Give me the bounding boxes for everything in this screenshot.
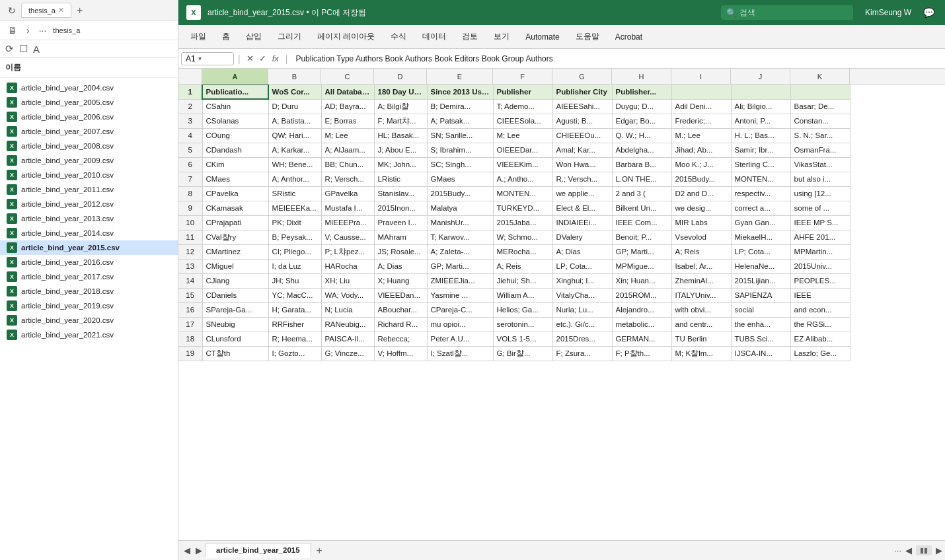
cell-G1[interactable]: Publisher City xyxy=(552,85,612,99)
cell-D2[interactable]: A; Bilgi챨 xyxy=(374,99,427,114)
cell-K3[interactable]: Constan... xyxy=(790,114,850,128)
cell-H15[interactable]: 2015ROM... xyxy=(612,288,671,302)
cell-E11[interactable]: T; Karwov... xyxy=(427,230,493,244)
cell-B2[interactable]: D; Duru xyxy=(268,99,321,114)
cell-G10[interactable]: INDIAIEEi... xyxy=(552,215,612,230)
cell-D15[interactable]: VIEEEDan... xyxy=(374,288,427,302)
cell-G7[interactable]: R.; Versch... xyxy=(552,172,612,186)
cell-J14[interactable]: 2015Lijian... xyxy=(731,273,790,288)
cell-K10[interactable]: IEEE MP S... xyxy=(790,215,850,230)
cell-G4[interactable]: CHIEEEOu... xyxy=(552,128,612,143)
cell-E9[interactable]: Malatya xyxy=(427,201,493,215)
cell-K9[interactable]: some of ... xyxy=(790,201,850,215)
cell-E8[interactable]: 2015Budy... xyxy=(427,186,493,201)
cell-H18[interactable]: GERMAN... xyxy=(612,332,671,346)
cell-H9[interactable]: Bilkent Un... xyxy=(612,201,671,215)
ribbon-item-acrobat[interactable]: Acrobat xyxy=(609,28,649,46)
cell-E19[interactable]: I; Szatl챨... xyxy=(427,346,493,361)
cell-C13[interactable]: HARocha xyxy=(321,259,374,273)
cell-J17[interactable]: the enha... xyxy=(731,317,790,332)
formula-confirm-btn[interactable]: ✓ xyxy=(257,53,268,63)
cell-G13[interactable]: LP; Cota... xyxy=(552,259,612,273)
cell-H8[interactable]: 2 and 3 ( xyxy=(612,186,671,201)
nav-more-icon[interactable]: ··· xyxy=(36,24,50,37)
cell-F14[interactable]: Jiehui; Sh... xyxy=(493,273,552,288)
file-item[interactable]: Xarticle_bind_year_2014.csv xyxy=(0,226,178,240)
cell-C14[interactable]: XH; Liu xyxy=(321,273,374,288)
cell-K2[interactable]: Basar; De... xyxy=(790,99,850,114)
formula-cancel-btn[interactable]: ✕ xyxy=(245,53,256,63)
cell-F11[interactable]: W; Schmo... xyxy=(493,230,552,244)
cell-A11[interactable]: CVal챨ry xyxy=(202,230,268,244)
cell-I5[interactable]: Jihad; Ab... xyxy=(671,143,731,157)
cell-A7[interactable]: CMaes xyxy=(202,172,268,186)
cell-D9[interactable]: 2015Inon... xyxy=(374,201,427,215)
cell-K8[interactable]: using [12... xyxy=(790,186,850,201)
col-header-A[interactable]: A xyxy=(202,69,268,84)
cell-B11[interactable]: B; Peysak... xyxy=(268,230,321,244)
cell-C3[interactable]: E; Borras xyxy=(321,114,374,128)
cell-J3[interactable]: Antoni; P... xyxy=(731,114,790,128)
cell-C4[interactable]: M; Lee xyxy=(321,128,374,143)
cell-E14[interactable]: ZMIEEEJia... xyxy=(427,273,493,288)
file-item[interactable]: Xarticle_bind_year_2017.csv xyxy=(0,269,178,284)
cell-J1[interactable] xyxy=(731,85,790,99)
cell-I17[interactable]: and centr... xyxy=(671,317,731,332)
cell-C2[interactable]: AD; Bayra... xyxy=(321,99,374,114)
col-header-F[interactable]: F xyxy=(493,69,552,84)
ribbon-item-도움말[interactable]: 도움말 xyxy=(569,27,606,46)
cell-E10[interactable]: ManishUr... xyxy=(427,215,493,230)
cell-B18[interactable]: R; Heema... xyxy=(268,332,321,346)
cell-I7[interactable]: 2015Budy... xyxy=(671,172,731,186)
file-item[interactable]: Xarticle_bind_year_2004.csv xyxy=(0,81,178,95)
cell-E16[interactable]: CPareja-C... xyxy=(427,302,493,317)
cell-H10[interactable]: IEEE Com... xyxy=(612,215,671,230)
cell-H6[interactable]: Barbara B... xyxy=(612,157,671,172)
cell-G3[interactable]: Agusti; B... xyxy=(552,114,612,128)
cell-A4[interactable]: COung xyxy=(202,128,268,143)
cell-I2[interactable]: Adil Deni... xyxy=(671,99,731,114)
action-icon-1[interactable]: ⟳ xyxy=(5,43,14,55)
cell-J5[interactable]: Samir; Ibr... xyxy=(731,143,790,157)
cell-A19[interactable]: CT챨th xyxy=(202,346,268,361)
cell-A6[interactable]: CKim xyxy=(202,157,268,172)
cell-K18[interactable]: EZ Alibab... xyxy=(790,332,850,346)
cell-D10[interactable]: Praveen I... xyxy=(374,215,427,230)
file-item[interactable]: Xarticle_bind_year_2006.csv xyxy=(0,110,178,124)
cell-G5[interactable]: Amal; Kar... xyxy=(552,143,612,157)
add-sheet-button[interactable]: + xyxy=(313,545,326,557)
cell-G12[interactable]: A; Dias xyxy=(552,244,612,259)
add-tab-button[interactable]: + xyxy=(74,5,85,17)
cell-J8[interactable]: respectiv... xyxy=(731,186,790,201)
file-item[interactable]: Xarticle_bind_year_2020.csv xyxy=(0,313,178,328)
cell-B4[interactable]: QW; Hari... xyxy=(268,128,321,143)
cell-J2[interactable]: Ali; Bilgio... xyxy=(731,99,790,114)
cell-B7[interactable]: A; Anthor... xyxy=(268,172,321,186)
cell-B17[interactable]: RRFisher xyxy=(268,317,321,332)
cell-I1[interactable] xyxy=(671,85,731,99)
cell-K14[interactable]: PEOPLES... xyxy=(790,273,850,288)
scroll-right-btn[interactable]: ▶ xyxy=(936,545,942,555)
cell-C19[interactable]: G; Vincze... xyxy=(321,346,374,361)
cell-J11[interactable]: MiekaelH... xyxy=(731,230,790,244)
cell-F19[interactable]: G; Bir챨... xyxy=(493,346,552,361)
cell-I19[interactable]: M; K챨lm... xyxy=(671,346,731,361)
ribbon-item-수식[interactable]: 수식 xyxy=(384,27,413,46)
file-item[interactable]: Xarticle_bind_year_2013.csv xyxy=(0,211,178,226)
cell-E18[interactable]: Peter A.U... xyxy=(427,332,493,346)
cell-H4[interactable]: Q. W.; H... xyxy=(612,128,671,143)
col-header-H[interactable]: H xyxy=(612,69,671,84)
cell-C17[interactable]: RANeubig... xyxy=(321,317,374,332)
file-item[interactable]: Xarticle_bind_year_2011.csv xyxy=(0,182,178,197)
cell-H5[interactable]: Abdelgha... xyxy=(612,143,671,157)
cell-G8[interactable]: we applie... xyxy=(552,186,612,201)
cell-I15[interactable]: ITALYUniv... xyxy=(671,288,731,302)
cell-H3[interactable]: Edgar; Bo... xyxy=(612,114,671,128)
cell-B5[interactable]: A; Karkar... xyxy=(268,143,321,157)
cell-reference-box[interactable]: A1 ▾ xyxy=(181,52,234,65)
cell-I3[interactable]: Frederic;... xyxy=(671,114,731,128)
cell-I16[interactable]: with obvi... xyxy=(671,302,731,317)
cell-K7[interactable]: but also i... xyxy=(790,172,850,186)
cell-E3[interactable]: A; Patsak... xyxy=(427,114,493,128)
cell-D12[interactable]: JS; Rosale... xyxy=(374,244,427,259)
